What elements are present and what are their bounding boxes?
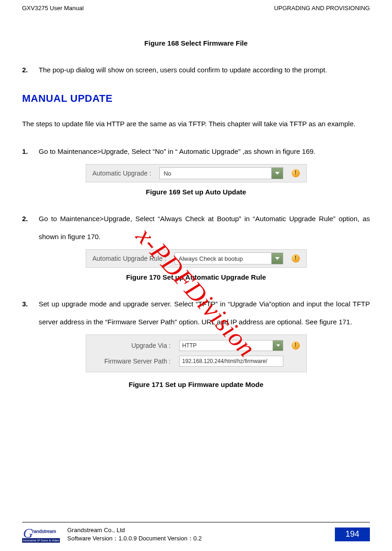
page-number: 194: [335, 528, 370, 541]
chevron-down-icon: [275, 257, 280, 260]
field-label: Firmware Server Path :: [93, 358, 171, 365]
input-value: 192.168.120.244/html/hz/firmware/: [182, 358, 268, 364]
figure-170-image: Automatic Upgrade Rule : Always Check at…: [86, 249, 307, 268]
warning-icon: [292, 341, 300, 350]
grandstream-logo: G randstream Innovative IP Voice & Video: [22, 526, 62, 543]
select-value: No: [164, 170, 171, 177]
list-number: 2.: [22, 210, 31, 246]
page-footer: G randstream Innovative IP Voice & Video…: [22, 522, 370, 543]
select-value: Always Check at bootup: [179, 255, 243, 262]
logo-tagline: Innovative IP Voice & Video: [22, 538, 60, 543]
automatic-upgrade-select[interactable]: No: [159, 167, 283, 179]
list-number: 2.: [22, 61, 31, 79]
field-label: Automatic Upgrade Rule :: [93, 255, 166, 262]
warning-icon: [292, 254, 300, 263]
figure-171-caption: Figure 171 Set up Firmware update Mode: [22, 381, 370, 388]
warning-icon: [292, 169, 300, 177]
header-right: UPGRADING AND PROVISIONING: [274, 5, 370, 12]
firmware-server-path-input[interactable]: 192.168.120.244/html/hz/firmware/: [179, 356, 283, 367]
intro-paragraph: The steps to update file via HTTP are th…: [22, 116, 370, 132]
figure-168-caption: Figure 168 Select Firmware File: [22, 39, 370, 47]
header-left: GXV3275 User Manual: [22, 5, 84, 12]
select-value: HTTP: [182, 342, 197, 349]
chevron-down-icon: [276, 345, 280, 347]
field-label: Automatic Upgrade :: [93, 170, 152, 177]
figure-170-caption: Figure 170 Set up Automatic Upgrade Rule: [22, 273, 370, 281]
field-label: Upgrade Via :: [93, 342, 171, 349]
footer-company: Grandstream Co., Ltd: [67, 526, 329, 534]
section-heading-manual-update: MANUAL UPDATE: [22, 93, 370, 105]
list-text: Set up upgrade mode and upgrade server. …: [39, 295, 370, 331]
list-item: 2. The pop-up dialog will show on screen…: [22, 61, 370, 79]
logo-text: randstream: [32, 529, 56, 534]
list-number: 3.: [22, 295, 31, 331]
list-text: The pop-up dialog will show on screen, u…: [39, 61, 370, 79]
figure-169-caption: Figure 169 Set up Auto Update: [22, 188, 370, 196]
list-item: 3. Set up upgrade mode and upgrade serve…: [22, 295, 370, 331]
upgrade-via-select[interactable]: HTTP: [179, 340, 283, 351]
automatic-upgrade-rule-select[interactable]: Always Check at bootup: [175, 252, 283, 264]
figure-171-image: Upgrade Via : HTTP Firmware Server Path …: [86, 334, 307, 372]
figure-169-image: Automatic Upgrade : No: [86, 164, 307, 182]
list-item: 1. Go to Maintenance>Upgrade, Select “No…: [22, 142, 370, 160]
chevron-down-icon: [275, 172, 280, 175]
list-item: 2. Go to Maintenance>Upgrade, Select “Al…: [22, 210, 370, 246]
list-text: Go to Maintenance>Upgrade, Select “Alway…: [39, 210, 370, 246]
list-text: Go to Maintenance>Upgrade, Select “No” i…: [39, 142, 370, 160]
footer-version: Software Version：1.0.0.9 Document Versio…: [67, 534, 329, 543]
list-number: 1.: [22, 142, 31, 160]
